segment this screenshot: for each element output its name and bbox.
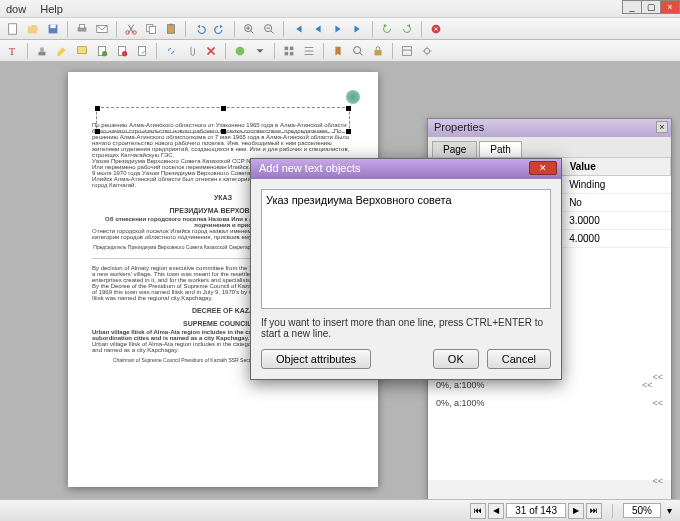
- col-value[interactable]: Value: [561, 158, 670, 176]
- cancel-button[interactable]: Cancel: [487, 349, 551, 369]
- zoom-dropdown-icon[interactable]: ▾: [667, 505, 672, 516]
- svg-rect-27: [285, 51, 289, 55]
- text-input[interactable]: [261, 189, 551, 309]
- stamp-icon[interactable]: [33, 42, 51, 60]
- dialog-titlebar[interactable]: Add new text objects ✕: [251, 159, 561, 179]
- page-logo-icon: [346, 90, 360, 104]
- copy-icon[interactable]: [142, 20, 160, 38]
- nav-first-icon[interactable]: ⏮: [470, 503, 486, 519]
- svg-rect-2: [50, 24, 55, 28]
- prev-icon[interactable]: [309, 20, 327, 38]
- page-insert-icon[interactable]: [93, 42, 111, 60]
- paste-icon[interactable]: [162, 20, 180, 38]
- svg-rect-4: [79, 24, 84, 28]
- props-icon[interactable]: [398, 42, 416, 60]
- rotate-left-icon[interactable]: [378, 20, 396, 38]
- prop-value[interactable]: 4.0000: [561, 230, 670, 248]
- svg-rect-18: [78, 46, 87, 53]
- prop-value[interactable]: No: [561, 194, 670, 212]
- undo-icon[interactable]: [191, 20, 209, 38]
- svg-rect-31: [403, 46, 412, 55]
- extra-row: 0%, a:100%<<: [428, 394, 671, 412]
- svg-rect-16: [39, 51, 46, 55]
- color-icon[interactable]: [231, 42, 249, 60]
- link-icon[interactable]: [162, 42, 180, 60]
- lock-icon[interactable]: [369, 42, 387, 60]
- properties-tabs: Page Path: [428, 137, 671, 157]
- prop-value[interactable]: Winding: [561, 176, 670, 194]
- properties-close-icon[interactable]: ×: [656, 121, 668, 133]
- zoom-out-icon[interactable]: [260, 20, 278, 38]
- svg-rect-28: [290, 51, 294, 55]
- statusbar: ⏮ ◀ 31 of 143 ▶ ⏭ 50% ▾: [0, 499, 680, 521]
- page-extract-icon[interactable]: [133, 42, 151, 60]
- selection-box[interactable]: [96, 107, 350, 133]
- extra-row: <<: [428, 472, 671, 480]
- zoom-level[interactable]: 50%: [623, 503, 661, 518]
- properties-title: Properties: [434, 121, 484, 133]
- toolbar-main: [0, 18, 680, 40]
- nav-last-icon[interactable]: ⏭: [586, 503, 602, 519]
- redo-icon[interactable]: [211, 20, 229, 38]
- menu-window[interactable]: dow: [6, 3, 26, 15]
- last-icon[interactable]: [349, 20, 367, 38]
- search-icon[interactable]: [349, 42, 367, 60]
- attach-icon[interactable]: [182, 42, 200, 60]
- list-icon[interactable]: [300, 42, 318, 60]
- svg-rect-30: [375, 50, 382, 55]
- svg-text:T: T: [9, 45, 16, 56]
- page-delete-icon[interactable]: [113, 42, 131, 60]
- print-icon[interactable]: [73, 20, 91, 38]
- page-nav: ⏮ ◀ 31 of 143 ▶ ⏭: [470, 503, 602, 519]
- new-icon[interactable]: [4, 20, 22, 38]
- dialog-title: Add new text objects: [259, 162, 361, 174]
- svg-rect-11: [169, 23, 173, 25]
- highlight-icon[interactable]: [53, 42, 71, 60]
- tab-page[interactable]: Page: [432, 141, 477, 157]
- delete2-icon[interactable]: [202, 42, 220, 60]
- menubar: dow Help: [0, 0, 680, 18]
- page-info[interactable]: 31 of 143: [506, 503, 566, 518]
- nav-next-icon[interactable]: ▶: [568, 503, 584, 519]
- prop-value[interactable]: 3.0000: [561, 212, 670, 230]
- next-icon[interactable]: [329, 20, 347, 38]
- menu-help[interactable]: Help: [40, 3, 63, 15]
- delete-icon[interactable]: [427, 20, 445, 38]
- object-attributes-button[interactable]: Object attributes: [261, 349, 371, 369]
- svg-point-24: [236, 46, 245, 55]
- grid-icon[interactable]: [280, 42, 298, 60]
- properties-titlebar[interactable]: Properties ×: [428, 119, 671, 137]
- minimize-button[interactable]: _: [622, 0, 642, 14]
- mail-icon[interactable]: [93, 20, 111, 38]
- ok-button[interactable]: OK: [433, 349, 479, 369]
- dialog-close-icon[interactable]: ✕: [529, 161, 557, 175]
- svg-rect-0: [9, 23, 17, 34]
- maximize-button[interactable]: ▢: [641, 0, 661, 14]
- svg-rect-10: [168, 24, 175, 33]
- cut-icon[interactable]: [122, 20, 140, 38]
- svg-rect-25: [285, 46, 289, 50]
- first-icon[interactable]: [289, 20, 307, 38]
- svg-rect-9: [149, 26, 155, 33]
- open-icon[interactable]: [24, 20, 42, 38]
- svg-rect-17: [40, 47, 44, 51]
- window-controls: _ ▢ ×: [623, 0, 680, 14]
- text-tool-icon[interactable]: T: [4, 42, 22, 60]
- close-button[interactable]: ×: [660, 0, 680, 14]
- bookmark-icon[interactable]: [329, 42, 347, 60]
- svg-rect-26: [290, 46, 294, 50]
- svg-point-32: [424, 48, 429, 53]
- svg-point-29: [354, 46, 361, 53]
- rotate-right-icon[interactable]: [398, 20, 416, 38]
- gear-icon[interactable]: [418, 42, 436, 60]
- add-text-dialog: Add new text objects ✕ If you want to in…: [250, 158, 562, 380]
- toolbar-secondary: T: [0, 40, 680, 62]
- tab-path[interactable]: Path: [479, 141, 522, 157]
- zoom-in-icon[interactable]: [240, 20, 258, 38]
- dropdown-icon[interactable]: [251, 42, 269, 60]
- note-icon[interactable]: [73, 42, 91, 60]
- save-icon[interactable]: [44, 20, 62, 38]
- svg-point-20: [102, 51, 107, 56]
- dialog-hint: If you want to insert more than one line…: [261, 317, 551, 339]
- nav-prev-icon[interactable]: ◀: [488, 503, 504, 519]
